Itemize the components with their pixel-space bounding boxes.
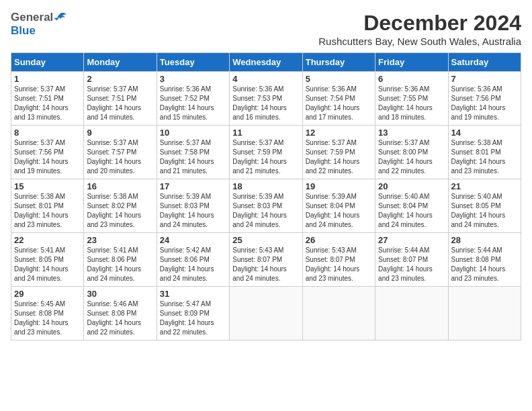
day-number: 4: [232, 74, 299, 84]
calendar-day-14: 14Sunrise: 5:38 AM Sunset: 8:01 PM Dayli…: [448, 126, 521, 179]
calendar-day-empty: [448, 287, 521, 340]
day-info: Sunrise: 5:36 AM Sunset: 7:56 PM Dayligh…: [451, 85, 518, 122]
calendar-day-2: 2Sunrise: 5:37 AM Sunset: 7:51 PM Daylig…: [84, 72, 157, 126]
day-number: 22: [14, 235, 81, 245]
day-info: Sunrise: 5:40 AM Sunset: 8:05 PM Dayligh…: [451, 192, 518, 230]
day-info: Sunrise: 5:39 AM Sunset: 8:03 PM Dayligh…: [160, 192, 226, 230]
day-info: Sunrise: 5:43 AM Sunset: 8:07 PM Dayligh…: [306, 246, 372, 283]
day-info: Sunrise: 5:42 AM Sunset: 8:06 PM Dayligh…: [160, 246, 226, 283]
week-row-3: 15Sunrise: 5:38 AM Sunset: 8:01 PM Dayli…: [11, 179, 521, 233]
calendar-day-20: 20Sunrise: 5:40 AM Sunset: 8:04 PM Dayli…: [375, 179, 448, 233]
day-info: Sunrise: 5:46 AM Sunset: 8:08 PM Dayligh…: [87, 300, 153, 337]
day-info: Sunrise: 5:38 AM Sunset: 8:02 PM Dayligh…: [87, 192, 153, 230]
day-info: Sunrise: 5:36 AM Sunset: 7:52 PM Dayligh…: [160, 85, 226, 122]
day-info: Sunrise: 5:45 AM Sunset: 8:08 PM Dayligh…: [14, 300, 81, 337]
week-row-5: 29Sunrise: 5:45 AM Sunset: 8:08 PM Dayli…: [11, 287, 521, 340]
day-number: 8: [14, 128, 81, 138]
day-info: Sunrise: 5:37 AM Sunset: 8:00 PM Dayligh…: [378, 138, 445, 176]
day-info: Sunrise: 5:39 AM Sunset: 8:04 PM Dayligh…: [306, 192, 372, 230]
day-number: 27: [378, 235, 445, 245]
day-number: 5: [306, 74, 372, 84]
day-number: 18: [232, 181, 299, 191]
day-info: Sunrise: 5:38 AM Sunset: 8:01 PM Dayligh…: [14, 192, 81, 230]
day-info: Sunrise: 5:39 AM Sunset: 8:03 PM Dayligh…: [232, 192, 299, 230]
week-row-1: 1Sunrise: 5:37 AM Sunset: 7:51 PM Daylig…: [11, 72, 521, 126]
calendar-day-11: 11Sunrise: 5:37 AM Sunset: 7:59 PM Dayli…: [230, 126, 302, 179]
calendar-day-empty: [302, 287, 375, 340]
calendar-day-16: 16Sunrise: 5:38 AM Sunset: 8:02 PM Dayli…: [84, 179, 157, 233]
day-number: 28: [451, 235, 518, 245]
weekday-header-wednesday: Wednesday: [230, 53, 302, 72]
calendar-day-1: 1Sunrise: 5:37 AM Sunset: 7:51 PM Daylig…: [11, 72, 84, 126]
weekday-header-friday: Friday: [375, 53, 448, 72]
week-row-4: 22Sunrise: 5:41 AM Sunset: 8:05 PM Dayli…: [11, 233, 521, 287]
day-number: 14: [451, 128, 518, 138]
calendar-day-7: 7Sunrise: 5:36 AM Sunset: 7:56 PM Daylig…: [448, 72, 521, 126]
calendar-day-29: 29Sunrise: 5:45 AM Sunset: 8:08 PM Dayli…: [11, 287, 84, 340]
calendar-day-empty: [230, 287, 302, 340]
calendar-table: SundayMondayTuesdayWednesdayThursdayFrid…: [11, 52, 521, 340]
weekday-header-row: SundayMondayTuesdayWednesdayThursdayFrid…: [11, 53, 521, 72]
day-number: 29: [14, 289, 81, 299]
calendar-day-19: 19Sunrise: 5:39 AM Sunset: 8:04 PM Dayli…: [302, 179, 375, 233]
day-number: 9: [87, 128, 153, 138]
day-number: 17: [160, 181, 226, 191]
bird-icon: [54, 12, 67, 23]
day-number: 30: [87, 289, 153, 299]
calendar-day-18: 18Sunrise: 5:39 AM Sunset: 8:03 PM Dayli…: [230, 179, 302, 233]
day-info: Sunrise: 5:41 AM Sunset: 8:05 PM Dayligh…: [14, 246, 81, 283]
title-area: December 2024 Rushcutters Bay, New South…: [318, 11, 521, 47]
day-number: 31: [160, 289, 226, 299]
day-info: Sunrise: 5:37 AM Sunset: 7:59 PM Dayligh…: [306, 138, 372, 176]
day-info: Sunrise: 5:36 AM Sunset: 7:55 PM Dayligh…: [378, 85, 445, 122]
calendar-day-3: 3Sunrise: 5:36 AM Sunset: 7:52 PM Daylig…: [157, 72, 229, 126]
calendar-day-22: 22Sunrise: 5:41 AM Sunset: 8:05 PM Dayli…: [11, 233, 84, 287]
calendar-day-27: 27Sunrise: 5:44 AM Sunset: 8:07 PM Dayli…: [375, 233, 448, 287]
location-title: Rushcutters Bay, New South Wales, Austra…: [318, 36, 521, 47]
day-number: 2: [87, 74, 153, 84]
calendar-day-5: 5Sunrise: 5:36 AM Sunset: 7:54 PM Daylig…: [302, 72, 375, 126]
weekday-header-saturday: Saturday: [448, 53, 521, 72]
day-number: 12: [306, 128, 372, 138]
day-number: 19: [306, 181, 372, 191]
calendar-day-30: 30Sunrise: 5:46 AM Sunset: 8:08 PM Dayli…: [84, 287, 157, 340]
day-number: 11: [232, 128, 299, 138]
day-number: 24: [160, 235, 226, 245]
day-info: Sunrise: 5:37 AM Sunset: 7:58 PM Dayligh…: [160, 138, 226, 176]
day-info: Sunrise: 5:41 AM Sunset: 8:06 PM Dayligh…: [87, 246, 153, 283]
day-info: Sunrise: 5:37 AM Sunset: 7:51 PM Dayligh…: [87, 85, 153, 122]
day-info: Sunrise: 5:37 AM Sunset: 7:57 PM Dayligh…: [87, 138, 153, 176]
day-info: Sunrise: 5:37 AM Sunset: 7:51 PM Dayligh…: [14, 85, 81, 122]
calendar-day-26: 26Sunrise: 5:43 AM Sunset: 8:07 PM Dayli…: [302, 233, 375, 287]
logo: General Blue: [11, 11, 67, 38]
day-number: 15: [14, 181, 81, 191]
day-info: Sunrise: 5:44 AM Sunset: 8:08 PM Dayligh…: [451, 246, 518, 283]
day-info: Sunrise: 5:44 AM Sunset: 8:07 PM Dayligh…: [378, 246, 445, 283]
day-info: Sunrise: 5:43 AM Sunset: 8:07 PM Dayligh…: [232, 246, 299, 283]
weekday-header-tuesday: Tuesday: [157, 53, 229, 72]
day-number: 6: [378, 74, 445, 84]
header: General Blue December 2024 Rushcutters B…: [11, 11, 521, 47]
day-info: Sunrise: 5:36 AM Sunset: 7:54 PM Dayligh…: [306, 85, 372, 122]
day-number: 1: [14, 74, 81, 84]
calendar-day-13: 13Sunrise: 5:37 AM Sunset: 8:00 PM Dayli…: [375, 126, 448, 179]
day-info: Sunrise: 5:47 AM Sunset: 8:09 PM Dayligh…: [160, 300, 226, 337]
day-number: 25: [232, 235, 299, 245]
logo-blue: Blue: [11, 24, 36, 38]
calendar-day-10: 10Sunrise: 5:37 AM Sunset: 7:58 PM Dayli…: [157, 126, 229, 179]
calendar-day-8: 8Sunrise: 5:37 AM Sunset: 7:56 PM Daylig…: [11, 126, 84, 179]
day-info: Sunrise: 5:36 AM Sunset: 7:53 PM Dayligh…: [232, 85, 299, 122]
calendar-day-25: 25Sunrise: 5:43 AM Sunset: 8:07 PM Dayli…: [230, 233, 302, 287]
day-info: Sunrise: 5:37 AM Sunset: 7:59 PM Dayligh…: [232, 138, 299, 176]
day-number: 16: [87, 181, 153, 191]
calendar-day-empty: [375, 287, 448, 340]
month-title: December 2024: [318, 11, 521, 36]
logo-general: General: [11, 11, 53, 24]
day-number: 7: [451, 74, 518, 84]
day-info: Sunrise: 5:40 AM Sunset: 8:04 PM Dayligh…: [378, 192, 445, 230]
calendar-day-24: 24Sunrise: 5:42 AM Sunset: 8:06 PM Dayli…: [157, 233, 229, 287]
weekday-header-sunday: Sunday: [11, 53, 84, 72]
day-number: 3: [160, 74, 226, 84]
calendar-day-28: 28Sunrise: 5:44 AM Sunset: 8:08 PM Dayli…: [448, 233, 521, 287]
weekday-header-thursday: Thursday: [302, 53, 375, 72]
